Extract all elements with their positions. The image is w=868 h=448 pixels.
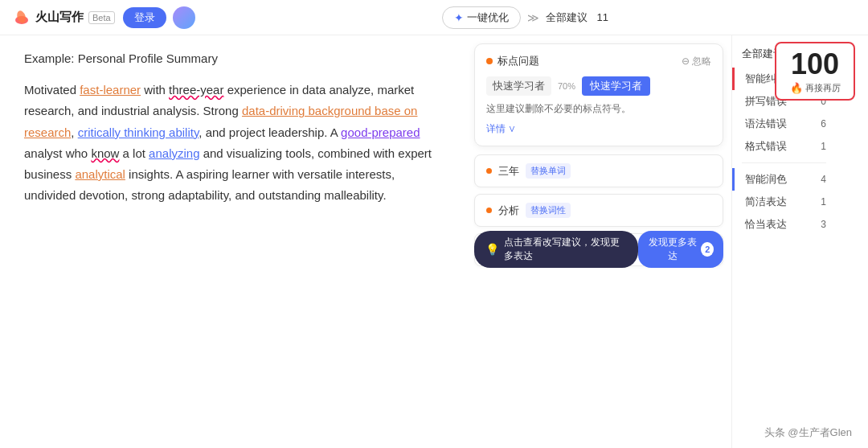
beta-badge: Beta xyxy=(88,11,115,24)
score-sub: 🔥 再接再厉 xyxy=(784,82,845,94)
optimize-button[interactable]: ✦ 一键优化 xyxy=(442,6,521,29)
card-with-tooltip: 数据驱动背景基于 替换 💡 点击查看改写建议，发现更多表达 发现更多表达 2 xyxy=(474,233,723,266)
sidebar-item-grammar[interactable]: 语法错误 6 xyxy=(732,113,836,135)
small-text-1: 分析 xyxy=(498,203,519,218)
doc-title: Example: Personal Profile Summary xyxy=(24,51,442,65)
tooltip-overlay: 💡 点击查看改写建议，发现更多表达 发现更多表达 2 xyxy=(474,231,723,268)
card-desc: 这里建议删除不必要的标点符号。 xyxy=(486,102,711,116)
topbar-center: ✦ 一键优化 ≫ 全部建议 11 xyxy=(195,6,855,29)
logo-text: 火山写作 xyxy=(35,10,84,25)
sidebar-label-5: 简洁表达 xyxy=(745,195,787,209)
doc-body[interactable]: Motivated fast-learner with three-year e… xyxy=(24,80,442,207)
main-area: Example: Personal Profile Summary Motiva… xyxy=(0,35,868,448)
sidebar-item-polish[interactable]: 智能润色 4 xyxy=(732,168,836,191)
ignore-label: 忽略 xyxy=(692,55,711,68)
sidebar-item-concise[interactable]: 简洁表达 1 xyxy=(732,191,836,213)
chevron-right-icon: ≫ xyxy=(527,11,539,24)
bulb-icon: 💡 xyxy=(485,243,499,256)
highlight-know[interactable]: know xyxy=(91,146,119,160)
sidebar-count-6: 3 xyxy=(821,219,826,230)
score-sub-text: 再接再厉 xyxy=(805,82,841,94)
suggestion-card-main: 标点问题 ⊖ 忽略 快速学习者 70% 快速学习者 这里建议删除不必要的标点符号… xyxy=(474,43,723,146)
discover-badge: 2 xyxy=(701,242,714,257)
fire-icon: 🔥 xyxy=(790,82,803,94)
discover-label: 发现更多表达 xyxy=(648,236,698,263)
highlight-fast-learner[interactable]: fast-learner xyxy=(80,83,141,97)
discover-button[interactable]: 发现更多表达 2 xyxy=(638,231,723,268)
small-badge-1[interactable]: 替换词性 xyxy=(526,203,571,218)
ignore-button[interactable]: ⊖ 忽略 xyxy=(682,55,711,68)
score-box: 100 🔥 再接再厉 xyxy=(775,42,855,101)
sidebar-label-2: 语法错误 xyxy=(745,117,787,131)
suggestions-panel: 标点问题 ⊖ 忽略 快速学习者 70% 快速学习者 这里建议删除不必要的标点符号… xyxy=(466,35,731,448)
card-detail[interactable]: 详情 ∨ xyxy=(486,122,711,136)
word-score: 70% xyxy=(558,81,575,91)
small-badge-0[interactable]: 替换单词 xyxy=(526,163,571,179)
topbar: 火山写作 Beta 登录 ✦ 一键优化 ≫ 全部建议 11 xyxy=(0,0,868,35)
tooltip-hint-text: 点击查看改写建议，发现更多表达 xyxy=(504,236,627,263)
word-suggested[interactable]: 快速学习者 xyxy=(582,76,650,96)
highlight-analytical[interactable]: analytical xyxy=(75,167,125,181)
sidebar-count-3: 1 xyxy=(821,141,826,152)
sidebar-count-2: 6 xyxy=(821,118,826,129)
login-button[interactable]: 登录 xyxy=(123,7,166,28)
small-dot-1 xyxy=(486,208,492,213)
suggestions-label: 全部建议 xyxy=(546,10,588,25)
sidebar-label-3: 格式错误 xyxy=(745,139,787,154)
card-tag: 标点问题 xyxy=(486,54,539,68)
highlight-analyzing[interactable]: analyzing xyxy=(149,146,199,160)
tooltip-hint: 💡 点击查看改写建议，发现更多表达 xyxy=(474,231,638,268)
star-icon: ✦ xyxy=(454,11,464,24)
watermark: 头条 @生产者Glen xyxy=(764,425,852,440)
detail-label: 详情 ∨ xyxy=(486,122,516,136)
sidebar-label-4: 智能润色 xyxy=(745,172,787,187)
logo-area: 火山写作 Beta xyxy=(13,9,115,27)
avatar xyxy=(173,6,195,29)
dot-orange xyxy=(486,58,493,64)
word-original: 快速学习者 xyxy=(486,76,551,96)
small-dot-0 xyxy=(486,168,492,174)
highlight-thinking[interactable]: critically thinking ability xyxy=(78,125,199,139)
ignore-icon: ⊖ xyxy=(682,55,690,67)
optimize-label: 一键优化 xyxy=(467,10,509,25)
small-text-0: 三年 xyxy=(498,164,519,179)
doc-area: Example: Personal Profile Summary Motiva… xyxy=(0,35,466,448)
word-options: 快速学习者 70% 快速学习者 xyxy=(486,76,711,96)
sidebar-item-format[interactable]: 格式错误 1 xyxy=(732,135,836,158)
score-number: 100 xyxy=(784,50,845,79)
suggestions-count: 11 xyxy=(597,11,608,23)
small-card-1[interactable]: 分析 替换词性 xyxy=(474,194,723,227)
small-card-0[interactable]: 三年 替换单词 xyxy=(474,154,723,187)
card-header: 标点问题 ⊖ 忽略 xyxy=(486,54,711,68)
logo-icon xyxy=(13,9,31,27)
highlight-good-prepared[interactable]: good-prepared xyxy=(341,125,420,139)
sidebar-count-4: 4 xyxy=(821,174,826,185)
sidebar-item-appropriate[interactable]: 恰当表达 3 xyxy=(732,213,836,236)
highlight-three-year[interactable]: three-year xyxy=(169,83,223,97)
sidebar-label-6: 恰当表达 xyxy=(745,217,787,232)
sidebar-divider xyxy=(742,162,826,163)
sidebar-count-5: 1 xyxy=(821,196,826,208)
tag-text: 标点问题 xyxy=(497,54,539,68)
